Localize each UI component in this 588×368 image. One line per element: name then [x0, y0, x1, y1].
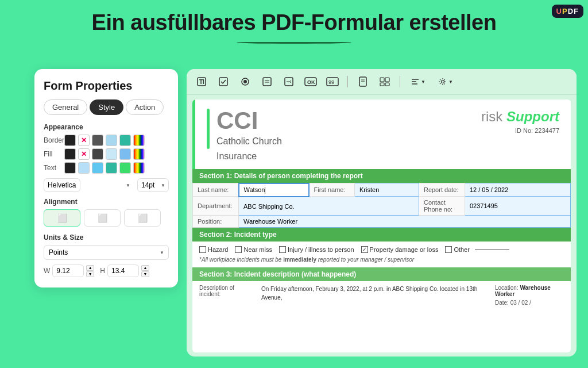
width-spinner: ▲ ▼ [86, 265, 94, 277]
contact-label: Contact Phone no: [419, 197, 465, 216]
text-swatch-green[interactable] [119, 162, 131, 174]
toolbar-checkbox-icon[interactable] [215, 74, 231, 90]
cci-header: CCI Catholic Church Insurance risk Suppo… [192, 99, 571, 169]
desc-label: Description of incident: [199, 285, 257, 306]
table-row: Last name: Watson First name: Kristen Re… [193, 183, 571, 197]
text-swatch-teal[interactable] [106, 162, 117, 174]
first-name-field[interactable]: Kristen [355, 183, 419, 197]
size-select[interactable]: 14pt [137, 178, 169, 192]
border-swatch-gray[interactable] [92, 135, 103, 146]
report-date-label: Report date: [419, 183, 465, 197]
svg-text:OK: OK [307, 79, 315, 85]
pdf-toolbar: TI OK 99 ▼ [187, 69, 577, 95]
w-label: W [44, 267, 50, 275]
width-up-button[interactable]: ▲ [86, 265, 94, 271]
cci-left: CCI Catholic Church Insurance [207, 109, 282, 163]
border-swatch-teal[interactable] [119, 135, 131, 146]
border-swatch-lightblue[interactable] [106, 135, 117, 146]
company-sub2: Insurance [216, 150, 282, 163]
last-name-field[interactable]: Watson [239, 183, 309, 197]
height-down-button[interactable]: ▼ [141, 271, 149, 277]
height-spinner: ▲ ▼ [141, 265, 149, 277]
toolbar-text-icon[interactable]: TI [194, 74, 210, 90]
position-label: Position: [193, 216, 239, 228]
toolbar-doc-icon[interactable] [355, 74, 371, 90]
toolbar-radio-icon[interactable] [237, 74, 253, 90]
toolbar-divider-2 [400, 76, 400, 87]
units-select[interactable]: Points [44, 245, 169, 260]
risk-word: risk [481, 109, 502, 124]
fill-swatch-blue[interactable] [119, 148, 131, 160]
property-checkbox[interactable] [361, 246, 368, 253]
svg-text:TI: TI [199, 79, 204, 85]
svg-rect-19 [380, 83, 384, 86]
units-section: Units & Size Points W ▲ ▼ H ▲ ▼ [44, 233, 169, 277]
nearmiss-label: Near miss [243, 246, 272, 253]
contact-field[interactable]: 02371495 [465, 197, 570, 216]
height-up-button[interactable]: ▲ [141, 265, 149, 271]
tab-general[interactable]: General [44, 99, 87, 115]
fill-swatch-none[interactable]: ✕ [78, 148, 90, 160]
hazard-checkbox[interactable] [199, 246, 206, 253]
text-swatch-lightblue2[interactable] [78, 162, 90, 174]
fill-swatch-darkgray[interactable] [92, 148, 103, 160]
other-checkbox[interactable] [445, 246, 452, 253]
section3-title: Section 3: Incident description (what ha… [199, 270, 356, 278]
text-swatch-skyblue[interactable] [92, 162, 103, 174]
last-name-label: Last name: [193, 183, 239, 197]
dept-field[interactable]: ABC Shipping Co. [239, 197, 419, 216]
cb-other: Other [445, 246, 509, 253]
width-down-button[interactable]: ▼ [86, 271, 94, 277]
tab-action[interactable]: Action [126, 99, 164, 115]
align-right-button[interactable]: ⬜ [124, 209, 161, 227]
text-swatch-black[interactable] [64, 162, 76, 174]
align-dropdown-arrow: ▼ [421, 79, 425, 85]
injury-checkbox[interactable] [279, 246, 286, 253]
location-label: Location: Warehouse Worker [495, 285, 564, 297]
contact-value: 02371495 [470, 202, 498, 209]
toolbar-dropdown-icon[interactable] [281, 74, 297, 90]
fill-swatch-rainbow[interactable] [133, 148, 145, 160]
align-left-button[interactable]: ⬜ [44, 209, 80, 227]
border-swatch-none[interactable]: ✕ [78, 135, 90, 146]
font-select[interactable]: Helvetica [44, 178, 80, 192]
h-label: H [100, 267, 105, 275]
fill-swatch-lightgray[interactable] [106, 148, 117, 160]
toolbar-ok-icon[interactable]: OK [303, 74, 319, 90]
border-swatch-rainbow[interactable] [133, 135, 145, 146]
settings-dropdown-arrow: ▼ [448, 79, 453, 85]
toolbar-barcode-icon[interactable]: 99 [324, 74, 341, 90]
toolbar-listbox-icon[interactable] [259, 74, 275, 90]
id-no: ID No: 2234477 [481, 127, 559, 134]
tab-style[interactable]: Style [90, 99, 123, 115]
toolbar-align-dropdown[interactable]: ▼ [407, 76, 429, 87]
form-properties-panel: Form Properties General Style Action App… [34, 69, 178, 288]
cb-property: Property damage or loss [361, 246, 439, 253]
toolbar-settings-dropdown[interactable]: ▼ [435, 76, 457, 87]
border-swatch-black[interactable] [64, 135, 76, 146]
injury-label: Injury / illness to person [288, 246, 354, 253]
width-input[interactable] [52, 264, 84, 277]
align-center-icon: ⬜ [98, 213, 107, 223]
section2-header: Section 2: Incident type [192, 228, 571, 241]
svg-rect-5 [263, 78, 271, 86]
appearance-label: Appearance [44, 123, 169, 131]
company-sub1: Catholic Church [216, 135, 282, 148]
report-date-field[interactable]: 12 / 05 / 2022 [465, 183, 570, 197]
text-cursor [265, 187, 265, 194]
nearmiss-checkbox[interactable] [235, 246, 242, 253]
height-input[interactable] [107, 264, 139, 277]
svg-text:99: 99 [328, 79, 334, 85]
toolbar-grid-icon[interactable] [377, 74, 393, 90]
border-label: Border [44, 136, 62, 144]
table-row: Department: ABC Shipping Co. Contact Pho… [193, 197, 571, 216]
text-swatch-rainbow[interactable] [133, 162, 145, 174]
position-field[interactable]: Warehouse Worker [239, 216, 571, 228]
align-center-button[interactable]: ⬜ [84, 209, 121, 227]
align-left-icon: ⬜ [57, 213, 67, 223]
fill-swatch-black[interactable] [64, 148, 76, 160]
last-name-value: Watson [244, 186, 265, 193]
support-word: Support [506, 109, 559, 124]
company-name: CCI [216, 109, 282, 133]
checkbox-row: Hazard Near miss Injury / illness to per… [199, 246, 564, 253]
